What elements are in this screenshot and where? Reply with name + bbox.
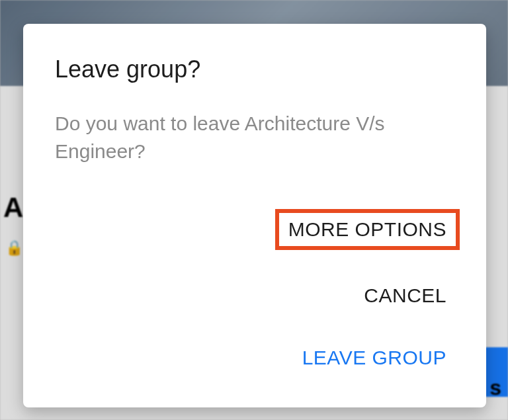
leave-group-button[interactable]: LEAVE GROUP [294,341,454,374]
cancel-button[interactable]: CANCEL [356,279,454,312]
more-options-button[interactable]: MORE OPTIONS [275,209,460,250]
dialog-title: Leave group? [55,56,454,83]
dialog-message: Do you want to leave Architecture V/s En… [55,110,454,165]
leave-group-dialog: Leave group? Do you want to leave Archit… [23,24,486,407]
dialog-actions: MORE OPTIONS CANCEL LEAVE GROUP [55,209,454,394]
